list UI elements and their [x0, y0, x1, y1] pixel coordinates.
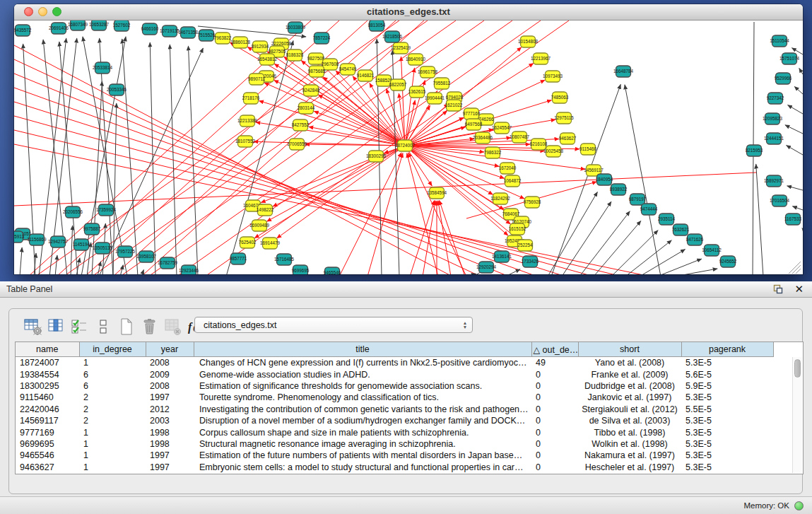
float-panel-icon[interactable] [773, 284, 783, 294]
graph-node[interactable]: 13958107 [136, 251, 157, 262]
show-columns-icon[interactable] [47, 317, 66, 337]
table-row[interactable]: 946554611997Estimation of the future num… [16, 450, 773, 461]
graph-node[interactable]: 18107552 [235, 136, 256, 147]
delete-table-icon[interactable] [140, 317, 159, 337]
graph-node[interactable]: 20364486 [473, 132, 493, 144]
column-header-out_de[interactable]: △ out_de… [531, 342, 578, 357]
table-row[interactable]: 1938455462009Genome-wide association stu… [16, 368, 773, 380]
graph-node[interactable]: 1498222 [257, 204, 274, 216]
graph-node[interactable]: 15716485 [274, 254, 295, 265]
close-panel-icon[interactable]: ✕ [794, 284, 804, 294]
graph-node[interactable]: 7632621 [672, 224, 690, 235]
graph-node[interactable]: 14671358 [178, 27, 199, 38]
column-header-name[interactable]: name [16, 342, 79, 357]
graph-node[interactable]: 9875685 [308, 66, 326, 77]
graph-node-hub[interactable]: 18724007 [395, 140, 416, 151]
graph-node[interactable]: 8912934 [252, 41, 269, 52]
graph-node[interactable]: 16914479 [260, 238, 281, 249]
graph-node[interactable]: 7515526 [198, 30, 216, 41]
graph-node[interactable]: 7485063 [551, 92, 569, 103]
graph-node[interactable]: 10653287 [89, 21, 110, 30]
graph-node[interactable]: 1527602 [113, 21, 131, 31]
graph-node[interactable]: 7955812 [433, 78, 451, 89]
graph-node[interactable]: 6466160 [141, 23, 159, 35]
graph-node[interactable]: 16245547 [492, 122, 512, 134]
graph-node[interactable]: 20206556 [63, 206, 83, 218]
graph-node[interactable]: 20533814 [93, 62, 113, 74]
graph-node[interactable]: 15751074 [779, 53, 800, 64]
graph-node[interactable]: 2935114 [658, 214, 676, 225]
graph-node[interactable]: 12920294 [476, 262, 497, 273]
graph-node[interactable]: 7986322 [484, 147, 502, 158]
table-scrollbar[interactable] [792, 357, 802, 473]
graph-node[interactable]: 10154808 [518, 36, 539, 47]
column-header-in_degree[interactable]: in_degree [79, 342, 146, 357]
graph-node[interactable]: 12923446 [179, 265, 199, 274]
window-zoom-button[interactable] [52, 7, 61, 16]
column-header-year[interactable]: year [146, 342, 194, 357]
table-scrollbar-thumb[interactable] [794, 359, 801, 378]
graph-node[interactable]: 8215953 [746, 145, 763, 156]
graph-node[interactable]: 10654112 [702, 245, 722, 256]
graph-node[interactable]: 1064872 [504, 175, 522, 187]
graph-node[interactable]: 9465546 [324, 267, 341, 274]
graph-node[interactable]: 12095823 [763, 113, 783, 124]
graph-node[interactable]: 8454749 [339, 64, 357, 75]
graph-node[interactable]: 252254 [517, 240, 533, 251]
graph-node[interactable]: 9857771 [230, 253, 247, 264]
graph-node[interactable]: 9890711 [248, 74, 266, 85]
graph-node[interactable]: 6497568 [465, 119, 483, 130]
graph-node[interactable]: 10719135 [160, 25, 180, 37]
graph-node[interactable]: 7625402 [239, 237, 257, 248]
graph-node[interactable]: 9435572 [14, 25, 32, 36]
graph-node[interactable]: 9529966 [775, 73, 792, 84]
graph-node[interactable]: 14136141 [492, 251, 512, 262]
table-row[interactable]: 911546021997Tourette syndrome. Phenomeno… [16, 392, 773, 403]
table-row[interactable]: 969969511998Structural magnetic resonanc… [16, 438, 773, 450]
graph-node[interactable]: 1167533 [784, 214, 802, 225]
graph-node[interactable]: 19218506 [382, 31, 403, 42]
graph-node[interactable]: 15110544 [770, 35, 789, 47]
graph-node[interactable]: 10807487 [510, 132, 530, 143]
graph-node[interactable]: 20691406 [49, 23, 69, 34]
new-table-icon[interactable] [117, 317, 136, 337]
graph-node[interactable]: 18300295 [366, 151, 387, 162]
network-selector[interactable]: citations_edges.txt ▲▼ [194, 317, 473, 333]
graph-node[interactable]: 9474444 [640, 204, 658, 215]
graph-node[interactable]: 1145194 [73, 239, 90, 250]
delete-table-disabled-icon[interactable] [163, 317, 182, 337]
graph-node[interactable]: 8186328 [286, 49, 304, 61]
table-row[interactable]: 946362711997Embryonic stem cells: a mode… [16, 462, 773, 473]
graph-node[interactable]: 2718176 [242, 93, 260, 104]
graph-node[interactable]: 9115460 [579, 144, 597, 155]
graph-node[interactable]: 9242848 [302, 85, 320, 96]
graph-node[interactable]: 12325419 [391, 42, 411, 54]
graph-node[interactable]: 12444151 [764, 133, 784, 144]
graph-node[interactable]: 12213967 [531, 53, 551, 64]
graph-node[interactable]: 17957225 [115, 246, 136, 257]
table-row[interactable]: 1456911722003Disruption of a novel membe… [16, 415, 773, 426]
graph-node[interactable]: 8471626 [686, 234, 704, 245]
graph-node[interactable]: 1615152 [509, 223, 526, 235]
graph-node[interactable]: 20053346 [107, 84, 127, 95]
graph-node[interactable]: 7963822 [214, 33, 232, 44]
graph-node[interactable]: 9975887 [83, 223, 101, 235]
resize-grip-icon[interactable] [789, 262, 801, 274]
table-row[interactable]: 1830029562008Estimation of significance … [16, 380, 773, 392]
column-header-short[interactable]: short [578, 342, 681, 357]
graph-node[interactable]: 12975115 [554, 112, 574, 124]
column-header-title[interactable]: title [194, 342, 531, 357]
graph-node[interactable]: 16909489 [249, 220, 270, 231]
graph-node[interactable]: 2803144 [298, 103, 315, 114]
table-settings-icon[interactable] [23, 317, 42, 337]
graph-node[interactable]: 10025458 [543, 146, 564, 157]
graph-node[interactable]: 10973493 [543, 71, 563, 82]
graph-node[interactable]: 15892971 [764, 175, 784, 187]
graph-node[interactable]: 16961758 [418, 66, 438, 78]
graph-node[interactable]: 17006559 [287, 139, 307, 150]
graph-node[interactable]: 8813054 [368, 21, 386, 31]
graph-node[interactable]: 9777169 [463, 108, 481, 119]
graph-node[interactable]: 9146821 [357, 70, 375, 81]
graph-node[interactable]: 8427552 [292, 119, 310, 131]
graph-node[interactable]: 16648784 [613, 66, 634, 77]
